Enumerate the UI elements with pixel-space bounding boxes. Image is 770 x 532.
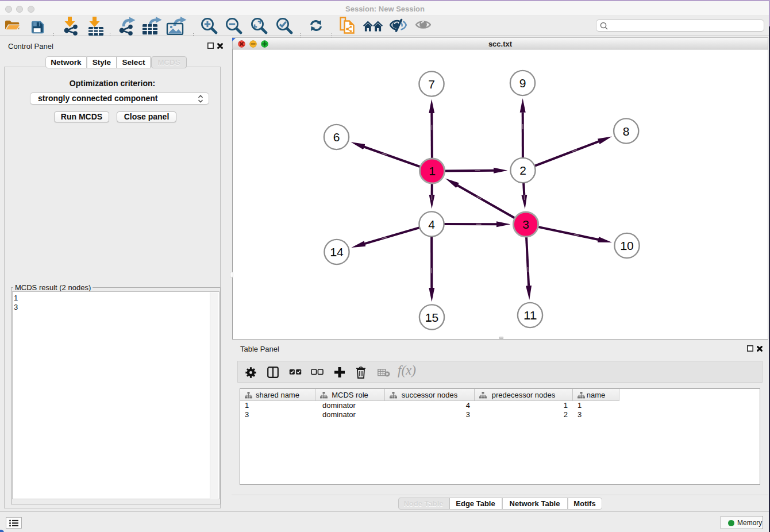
svg-text:9: 9 (519, 76, 526, 90)
svg-text:3: 3 (522, 218, 529, 231)
svg-text:8: 8 (623, 125, 630, 138)
svg-text:15: 15 (425, 311, 438, 324)
svg-text:6: 6 (333, 130, 340, 144)
svg-text:2: 2 (519, 164, 526, 177)
svg-text:10: 10 (620, 239, 633, 252)
svg-text:14: 14 (330, 245, 344, 259)
svg-text:1: 1 (429, 164, 436, 178)
svg-text:11: 11 (524, 309, 537, 322)
svg-text:7: 7 (428, 78, 435, 91)
svg-text:4: 4 (428, 218, 435, 231)
